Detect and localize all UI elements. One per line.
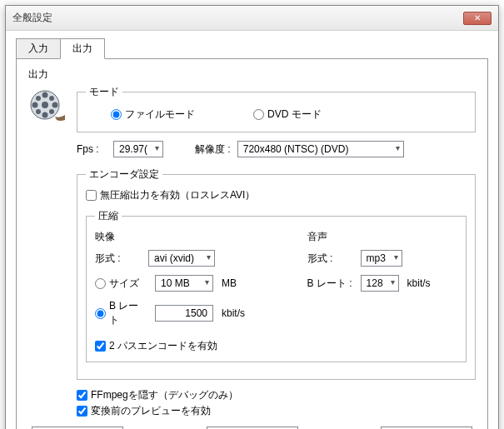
fps-combo[interactable]: 29.97(: [113, 141, 163, 157]
video-format-label: 形式 :: [95, 252, 142, 266]
compress-group: 圧縮 映像 形式 : avi (xvid): [86, 209, 467, 362]
svg-point-9: [49, 109, 54, 114]
svg-point-2: [42, 92, 48, 98]
size-combo[interactable]: 10 MB: [155, 275, 213, 292]
svg-point-4: [32, 102, 38, 108]
settings-dialog: 全般設定 ✕ 入力 出力 出力: [5, 5, 499, 429]
mode-group: モード ファイルモード DVD モード: [77, 85, 476, 132]
resolution-combo[interactable]: 720x480 (NTSC) (DVD): [237, 141, 404, 157]
titlebar: 全般設定 ✕: [6, 6, 498, 31]
file-mode-radio[interactable]: ファイルモード: [111, 107, 195, 122]
encoder-group: エンコーダ設定 無圧縮出力を有効（ロスレスAVI） 圧縮 映像: [77, 167, 476, 380]
size-unit: MB: [222, 277, 237, 289]
size-radio[interactable]: サイズ: [95, 277, 148, 291]
svg-point-1: [42, 102, 48, 108]
bitrate-radio[interactable]: B レート: [95, 299, 148, 327]
film-reel-icon: [28, 85, 68, 125]
video-format-combo[interactable]: avi (xvid): [148, 250, 215, 267]
video-bitrate-unit: kbit/s: [222, 307, 245, 319]
audio-bitrate-unit: kbit/s: [407, 277, 431, 289]
svg-point-6: [36, 96, 41, 101]
lossless-checkbox[interactable]: 無圧縮出力を有効（ロスレスAVI）: [86, 188, 255, 202]
audio-head: 音声: [307, 230, 457, 244]
video-head: 映像: [95, 230, 291, 244]
audio-column: 音声 形式 : mp3 B レート : 128 kbit/s: [307, 230, 457, 334]
dvd-mode-radio[interactable]: DVD モード: [253, 107, 322, 122]
svg-point-5: [52, 102, 58, 108]
mode-legend: モード: [86, 85, 122, 99]
resolution-label: 解像度 :: [195, 142, 231, 157]
content-area: 入力 出力 出力: [6, 31, 498, 429]
tab-input[interactable]: 入力: [16, 38, 60, 59]
svg-point-3: [42, 112, 48, 118]
video-column: 映像 形式 : avi (xvid) サイズ: [95, 230, 291, 334]
fps-label: Fps :: [77, 143, 107, 155]
svg-point-8: [36, 109, 41, 114]
twopass-checkbox[interactable]: 2 パスエンコードを有効: [95, 339, 457, 353]
window-title: 全般設定: [12, 11, 52, 25]
audio-bitrate-combo[interactable]: 128: [361, 275, 399, 292]
output-section-label: 出力: [28, 67, 476, 82]
compress-legend: 圧縮: [95, 209, 122, 223]
hide-ffmpeg-checkbox[interactable]: FFmpegを隠す（デバッグのみ）: [77, 388, 476, 402]
tab-output[interactable]: 出力: [60, 38, 105, 59]
close-icon[interactable]: ✕: [463, 12, 492, 25]
audio-bitrate-label: B レート :: [307, 277, 354, 291]
audio-format-label: 形式 :: [307, 252, 354, 266]
tab-strip: 入力 出力: [16, 38, 488, 59]
audio-format-combo[interactable]: mp3: [361, 250, 402, 267]
video-bitrate-input[interactable]: 1500: [155, 305, 213, 322]
preview-checkbox[interactable]: 変換前のプレビューを有効: [77, 404, 476, 418]
svg-point-7: [49, 96, 54, 101]
tab-panel-output: 出力: [16, 58, 488, 429]
encoder-legend: エンコーダ設定: [86, 167, 162, 182]
